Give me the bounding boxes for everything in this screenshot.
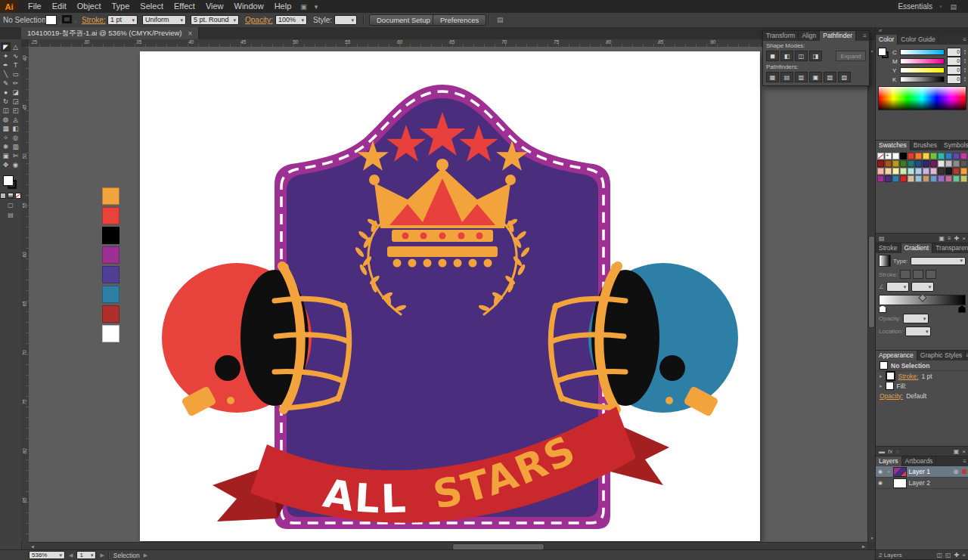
tool-magic-wand[interactable]: ✦ [1,51,11,60]
swatch-libraries-icon[interactable]: ▤ [879,235,885,242]
appearance-fill-row[interactable]: ▸ Fill: [876,381,968,391]
gradient-stop-end[interactable] [958,305,966,313]
tool-scale[interactable]: ◲ [11,97,20,106]
stroke-weight-select[interactable]: 1 pt▾ [107,15,138,25]
swatch[interactable] [945,168,952,175]
exclude-button[interactable]: ◨ [809,51,822,61]
appearance-stroke-row[interactable]: ▸ Stroke: 1 pt [876,371,968,381]
close-tab-icon[interactable]: × [188,29,192,38]
minus-front-button[interactable]: ◧ [780,51,793,61]
pasteboard-swatch[interactable] [102,227,119,244]
panel-menu-icon[interactable]: ≡ [963,35,968,45]
gradient-opacity-field[interactable]: ▾ [903,314,929,323]
panel-menu-icon[interactable]: ≡ [863,31,869,41]
swatch[interactable] [892,175,899,182]
tab-graphic-styles[interactable]: Graphic Styles [917,351,966,360]
new-swatch-icon[interactable]: ✚ [954,235,960,242]
swatch[interactable] [908,168,914,175]
layer-row[interactable]: ◉ ▸ Layer 1 ◎ [876,466,968,478]
workspace-switcher[interactable]: Essentials [898,2,932,11]
gradient-preview-chip[interactable] [879,255,891,267]
swatch[interactable] [953,168,960,175]
zoom-select[interactable]: 536%▾ [29,551,65,559]
merge-button[interactable]: ▥ [795,72,808,82]
menu-object[interactable]: Object [72,0,107,13]
draw-mode-icon[interactable]: ▢ [0,202,21,209]
tool-lasso[interactable]: ∿ [11,51,20,60]
pasteboard-swatch[interactable] [102,187,119,205]
tab-stroke[interactable]: Stroke [876,243,901,253]
opacity-select[interactable]: 100%▾ [275,15,307,25]
layer-row[interactable]: ◉ ▸ Layer 2 [876,478,968,489]
tab-symbols[interactable]: Symbols [941,141,968,150]
tab-align[interactable]: Align [799,31,820,41]
cyan-slider[interactable] [900,49,945,55]
swatch[interactable] [900,168,907,175]
preferences-button[interactable]: Preferences [433,14,486,26]
tab-artboards[interactable]: Artboards [902,456,937,466]
gradient-angle-field[interactable]: ▾ [886,282,909,292]
tool-paintbrush[interactable]: ✎ [1,79,11,88]
tab-brushes[interactable]: Brushes [911,141,941,150]
tool-slice[interactable]: ✄ [11,151,20,160]
artboard-next-icon[interactable]: ▶ [100,552,104,558]
make-mask-icon[interactable]: ◫ [937,552,943,558]
swatch[interactable] [908,175,914,182]
swatch[interactable] [953,160,960,167]
pasteboard-swatch[interactable] [102,325,119,342]
gradient-mode-button[interactable] [8,193,14,199]
panel-options-icon[interactable]: ▤ [493,15,507,25]
menu-effect[interactable]: Effect [169,0,200,13]
color-mode-button[interactable] [0,193,6,199]
clear-appearance-icon[interactable]: ◌ [895,448,899,455]
swatch[interactable] [915,160,922,167]
swatch[interactable] [960,153,967,159]
tool-perspective-grid[interactable]: ◬ [11,115,20,124]
tab-swatches[interactable]: Swatches [876,141,911,150]
gradient-stroke-along-button[interactable] [913,270,923,279]
gradient-stroke-across-button[interactable] [926,270,936,279]
layer-name[interactable]: Layer 1 [909,468,930,475]
swatch[interactable] [923,153,929,159]
disclosure-icon[interactable]: ▸ [888,469,891,475]
pasteboard-swatch[interactable] [102,246,119,264]
menu-file[interactable]: File [23,0,47,13]
swatch[interactable] [938,153,945,159]
document-setup-button[interactable]: Document Setup [369,14,438,26]
app-logo[interactable]: Ai [0,0,18,13]
tool-selection[interactable]: ◤ [1,42,11,51]
fill-swatch[interactable] [3,175,14,186]
menu-view[interactable]: View [200,0,229,13]
black-value-field[interactable]: 0 [947,75,961,84]
tool-eyedropper[interactable]: ✧ [1,133,11,142]
none-mode-button[interactable] [15,193,21,199]
new-stroke-icon[interactable]: ▬ [879,448,885,455]
tab-layers[interactable]: Layers [876,456,902,466]
layer-thumbnail[interactable] [893,467,907,477]
swatch[interactable] [885,153,892,159]
swatch[interactable] [945,160,952,167]
tab-color[interactable]: Color [876,35,898,45]
swatch[interactable] [923,168,929,175]
pasteboard-swatch[interactable] [102,207,119,224]
swatch[interactable] [923,160,929,167]
swatch[interactable] [953,153,960,159]
swatch[interactable] [960,168,967,175]
swatch[interactable] [885,175,892,182]
expand-button[interactable]: Expand [836,51,866,61]
pasteboard-swatch[interactable] [102,266,119,283]
visibility-eye-icon[interactable]: ◉ [878,480,886,486]
tool-type[interactable]: T [11,60,20,70]
swatch[interactable] [892,160,899,167]
swatch-kinds-icon[interactable]: ▣ [939,235,945,242]
fill-color-chip[interactable]: ▾ [45,15,62,25]
swatch[interactable] [930,160,937,167]
swatch[interactable] [915,175,922,182]
tool-pen[interactable]: ✒ [1,60,11,70]
tab-color-guide[interactable]: Color Guide [898,35,939,45]
tool-rectangle[interactable]: ▭ [11,70,20,79]
tool-line-segment[interactable]: ╲ [1,70,11,79]
status-expand-icon[interactable]: ▶ [144,552,147,558]
swatch[interactable] [892,153,899,159]
crop-button[interactable]: ▣ [809,72,822,82]
